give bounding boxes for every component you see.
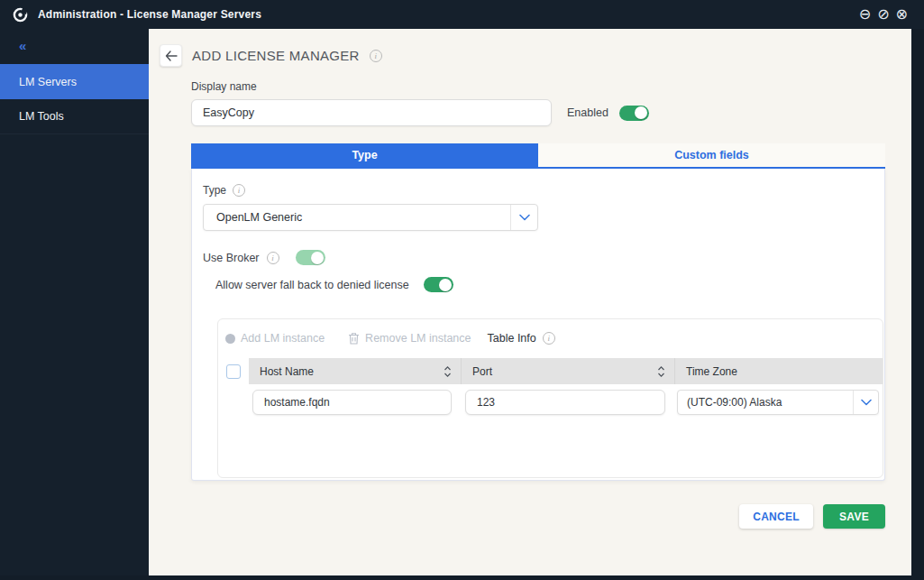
sort-icon[interactable] — [444, 365, 452, 378]
restore-icon[interactable]: ⊘ — [877, 7, 889, 22]
display-name-label: Display name — [191, 80, 911, 93]
sidebar-item-label: LM Tools — [19, 110, 64, 123]
app-window: Administration - License Manager Servers… — [0, 0, 924, 580]
page-header: ADD LICENSE MANAGER i — [160, 44, 911, 67]
type-select[interactable]: OpenLM Generic — [203, 204, 538, 231]
fallback-toggle[interactable] — [424, 277, 453, 292]
title-bar: Administration - License Manager Servers… — [0, 0, 924, 29]
table-info-label: Table Info — [488, 332, 536, 345]
back-button[interactable] — [160, 44, 182, 67]
sidebar: « LM Servers LM Tools — [0, 29, 149, 575]
tab-label: Custom fields — [674, 149, 749, 161]
tab-custom-fields[interactable]: Custom fields — [538, 143, 885, 167]
remove-lm-instance-label: Remove LM instance — [365, 332, 471, 345]
column-header-time-zone[interactable]: Time Zone — [675, 358, 883, 384]
add-instance-icon — [225, 334, 235, 344]
save-button[interactable]: SAVE — [823, 504, 885, 529]
enabled-toggle[interactable] — [619, 106, 649, 121]
fallback-label: Allow server fall back to denied license — [215, 279, 409, 291]
tab-label: Type — [352, 149, 377, 161]
time-zone-value: (UTC-09:00) Alaska — [678, 396, 782, 409]
display-name-input[interactable] — [191, 99, 552, 126]
use-broker-label: Use Broker — [203, 252, 260, 264]
main-content: ADD LICENSE MANAGER i Display name Enabl… — [149, 29, 911, 575]
table-info-icon[interactable]: i — [543, 332, 555, 345]
close-icon[interactable]: ⊗ — [896, 7, 908, 22]
window-title: Administration - License Manager Servers — [38, 8, 261, 21]
table-row: (UTC-09:00) Alaska — [218, 390, 883, 415]
type-label: Type — [203, 184, 226, 197]
sidebar-collapse-icon[interactable]: « — [0, 29, 149, 64]
enabled-label: Enabled — [567, 106, 608, 119]
column-header-port[interactable]: Port — [462, 358, 675, 384]
type-tab-panel: Type i OpenLM Generic Use Broker i — [191, 169, 885, 481]
table-toolbar: Add LM instance Remove LM instance Table… — [225, 332, 883, 345]
add-lm-instance-button[interactable]: Add LM instance — [225, 332, 325, 345]
lm-instances-card: Add LM instance Remove LM instance Table… — [217, 318, 883, 478]
sort-icon[interactable] — [657, 365, 665, 378]
chevron-down-icon — [510, 205, 537, 230]
select-all-checkbox[interactable] — [226, 364, 241, 379]
window-controls: ⊖ ⊘ ⊗ — [859, 7, 913, 22]
app-logo-icon — [13, 7, 28, 23]
add-lm-instance-label: Add LM instance — [241, 332, 325, 345]
type-info-icon[interactable]: i — [233, 184, 245, 197]
chevron-down-icon — [853, 391, 878, 414]
minimize-icon[interactable]: ⊖ — [859, 7, 871, 22]
tab-bar: Type Custom fields — [191, 143, 885, 169]
form-actions: CANCEL SAVE — [191, 504, 885, 529]
use-broker-info-icon[interactable]: i — [267, 252, 279, 264]
page-title: ADD LICENSE MANAGER — [192, 48, 360, 63]
tab-type[interactable]: Type — [191, 143, 538, 167]
time-zone-select[interactable]: (UTC-09:00) Alaska — [677, 390, 879, 415]
trash-icon — [348, 332, 360, 345]
column-header-host-name[interactable]: Host Name — [249, 358, 462, 384]
sidebar-item-lm-servers[interactable]: LM Servers — [0, 64, 149, 99]
display-name-field: Display name Enabled — [191, 80, 911, 126]
host-name-input[interactable] — [252, 390, 452, 415]
remove-lm-instance-button[interactable]: Remove LM instance — [348, 332, 471, 345]
tab-card: Type Custom fields Type i OpenLM Generic — [191, 143, 885, 481]
page-title-info-icon[interactable]: i — [370, 50, 382, 62]
use-broker-toggle[interactable] — [296, 250, 325, 265]
port-input[interactable] — [465, 390, 665, 415]
sidebar-item-lm-tools[interactable]: LM Tools — [0, 99, 149, 134]
table-header: Host Name Port — [218, 358, 883, 384]
type-select-value: OpenLM Generic — [204, 211, 302, 224]
cancel-button[interactable]: CANCEL — [739, 504, 813, 529]
sidebar-item-label: LM Servers — [19, 76, 77, 88]
